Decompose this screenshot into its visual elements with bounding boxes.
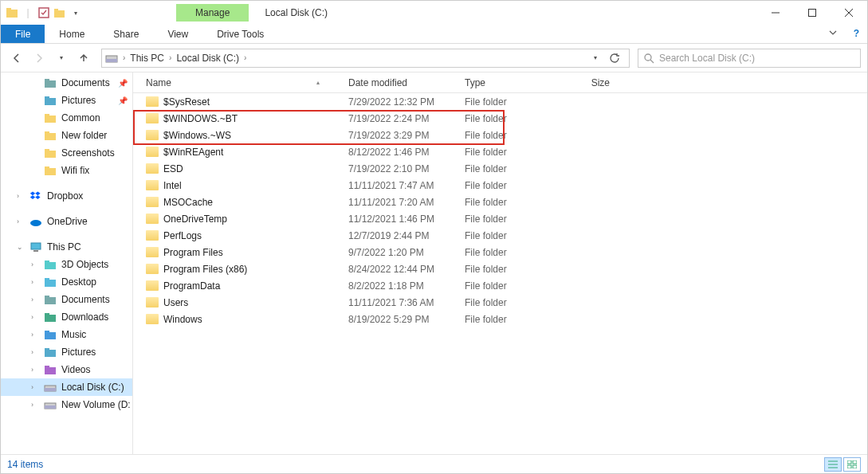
expand-arrow-icon[interactable]: › bbox=[31, 366, 39, 374]
pictures-icon bbox=[44, 346, 57, 358]
tree-item-label: Desktop bbox=[61, 276, 96, 288]
file-type: File folder bbox=[458, 180, 552, 191]
file-name: $SysReset bbox=[163, 96, 210, 108]
tree-item-new-volume-d-[interactable]: ›New Volume (D: bbox=[1, 396, 132, 413]
svg-rect-19 bbox=[45, 133, 56, 140]
chevron-right-icon[interactable]: › bbox=[123, 53, 125, 62]
file-row[interactable]: Intel11/11/2021 7:47 AMFile folder bbox=[133, 177, 867, 194]
tree-item-wifi-fix[interactable]: Wifi fix bbox=[1, 162, 132, 179]
file-row[interactable]: $Windows.~WS7/19/2022 3:29 PMFile folder bbox=[133, 127, 867, 143]
close-button[interactable] bbox=[831, 1, 867, 25]
tree-item-desktop[interactable]: ›Desktop bbox=[1, 273, 132, 291]
search-box[interactable] bbox=[638, 49, 861, 68]
ribbon-tab-drive-tools[interactable]: Drive Tools bbox=[202, 25, 278, 43]
folder-icon bbox=[44, 147, 57, 159]
view-details-button[interactable] bbox=[824, 457, 842, 472]
file-row[interactable]: OneDriveTemp11/12/2021 1:46 PMFile folde… bbox=[133, 210, 867, 227]
file-row[interactable]: $WinREAgent8/12/2022 1:46 PMFile folder bbox=[133, 143, 867, 160]
svg-rect-18 bbox=[45, 114, 49, 116]
view-large-icons-button[interactable] bbox=[843, 457, 861, 472]
navigation-pane[interactable]: Documents📌Pictures📌CommonNew folderScree… bbox=[1, 72, 133, 454]
ribbon-tab-view[interactable]: View bbox=[153, 25, 202, 43]
sort-ascending-icon: ▴ bbox=[316, 79, 320, 86]
tree-item-new-folder[interactable]: New folder bbox=[1, 127, 132, 144]
expand-arrow-icon[interactable]: › bbox=[17, 217, 25, 225]
file-row[interactable]: ProgramData8/2/2022 1:18 PMFile folder bbox=[133, 277, 867, 294]
file-row[interactable]: Users11/11/2021 7:36 AMFile folder bbox=[133, 294, 867, 311]
help-icon[interactable]: ? bbox=[846, 25, 867, 43]
svg-rect-24 bbox=[45, 166, 49, 169]
tree-item-onedrive[interactable]: ›OneDrive bbox=[1, 213, 132, 230]
expand-arrow-icon[interactable]: › bbox=[31, 401, 39, 409]
tree-item-documents[interactable]: Documents📌 bbox=[1, 74, 132, 92]
file-row[interactable]: $WINDOWS.~BT7/19/2022 2:24 PMFile folder bbox=[133, 110, 867, 127]
file-row[interactable]: MSOCache11/11/2021 7:20 AMFile folder bbox=[133, 194, 867, 210]
recent-dropdown-icon[interactable]: ▾ bbox=[52, 49, 71, 68]
contextual-tab-manage[interactable]: Manage bbox=[176, 4, 249, 22]
expand-arrow-icon[interactable]: ⌄ bbox=[17, 243, 25, 251]
properties-icon[interactable] bbox=[37, 6, 50, 19]
tree-item-music[interactable]: ›Music bbox=[1, 326, 132, 343]
expand-arrow-icon[interactable]: › bbox=[31, 313, 39, 321]
new-folder-icon[interactable] bbox=[53, 6, 66, 19]
expand-arrow-icon[interactable]: › bbox=[31, 278, 39, 286]
expand-arrow-icon[interactable]: › bbox=[31, 261, 39, 268]
file-row[interactable]: Windows8/19/2022 5:29 PMFile folder bbox=[133, 311, 867, 327]
file-list[interactable]: $SysReset7/29/2022 12:32 PMFile folder$W… bbox=[133, 93, 867, 454]
folder-icon bbox=[146, 197, 159, 207]
file-row[interactable]: PerfLogs12/7/2019 2:44 PMFile folder bbox=[133, 227, 867, 244]
ribbon-expand-icon[interactable] bbox=[820, 25, 846, 43]
column-header-name[interactable]: Name▴ bbox=[139, 77, 342, 88]
breadcrumb-thispc[interactable]: This PC bbox=[130, 53, 164, 64]
minimize-button[interactable] bbox=[757, 1, 794, 25]
tree-item-local-disk-c-[interactable]: ›Local Disk (C:) bbox=[1, 378, 132, 396]
svg-rect-26 bbox=[31, 243, 41, 249]
up-button[interactable] bbox=[74, 49, 93, 68]
tree-item-videos[interactable]: ›Videos bbox=[1, 361, 132, 378]
back-button[interactable] bbox=[7, 49, 26, 68]
tree-item-pictures[interactable]: ›Pictures bbox=[1, 343, 132, 361]
ribbon-tab-home[interactable]: Home bbox=[45, 25, 99, 43]
tree-item-pictures[interactable]: Pictures📌 bbox=[1, 92, 132, 109]
file-name: $WINDOWS.~BT bbox=[163, 113, 238, 124]
tree-item-this-pc[interactable]: ⌄This PC bbox=[1, 238, 132, 256]
tree-item-downloads[interactable]: ›Downloads bbox=[1, 308, 132, 326]
tree-item-3d-objects[interactable]: ›3D Objects bbox=[1, 256, 132, 273]
file-type: File folder bbox=[458, 247, 552, 258]
expand-arrow-icon[interactable]: › bbox=[31, 296, 39, 304]
ribbon-tab-share[interactable]: Share bbox=[99, 25, 153, 43]
videos-icon bbox=[44, 363, 57, 376]
qat-dropdown-icon[interactable]: ▾ bbox=[69, 6, 82, 19]
svg-rect-15 bbox=[45, 98, 56, 105]
tree-item-label: Dropbox bbox=[47, 190, 83, 202]
folder-icon bbox=[146, 130, 159, 140]
expand-arrow-icon[interactable]: › bbox=[31, 383, 39, 391]
tree-item-documents[interactable]: ›Documents bbox=[1, 291, 132, 308]
file-date: 9/7/2022 1:20 PM bbox=[342, 247, 458, 258]
search-input[interactable] bbox=[659, 53, 855, 64]
expand-arrow-icon[interactable]: › bbox=[31, 348, 39, 356]
maximize-button[interactable] bbox=[794, 1, 831, 25]
file-row[interactable]: Program Files (x86)8/24/2022 12:44 PMFil… bbox=[133, 261, 867, 277]
column-header-type[interactable]: Type bbox=[458, 77, 552, 88]
ribbon-tabs: File Home Share View Drive Tools ? bbox=[1, 25, 867, 44]
expand-arrow-icon[interactable]: › bbox=[31, 331, 39, 339]
forward-button[interactable] bbox=[29, 49, 49, 68]
chevron-right-icon[interactable]: › bbox=[169, 53, 171, 62]
column-header-size[interactable]: Size bbox=[552, 77, 616, 88]
tree-item-dropbox[interactable]: ›Dropbox bbox=[1, 187, 132, 205]
tree-item-screenshots[interactable]: Screenshots bbox=[1, 144, 132, 162]
ribbon-tab-file[interactable]: File bbox=[1, 25, 45, 43]
refresh-button[interactable] bbox=[606, 49, 623, 67]
column-header-date[interactable]: Date modified bbox=[342, 77, 458, 88]
chevron-right-icon[interactable]: › bbox=[244, 53, 246, 62]
svg-line-12 bbox=[650, 60, 654, 63]
file-row[interactable]: $SysReset7/29/2022 12:32 PMFile folder bbox=[133, 93, 867, 110]
tree-item-common[interactable]: Common bbox=[1, 109, 132, 127]
file-row[interactable]: ESD7/19/2022 2:10 PMFile folder bbox=[133, 160, 867, 177]
breadcrumb-current[interactable]: Local Disk (C:) bbox=[176, 53, 239, 64]
address-dropdown-icon[interactable]: ▾ bbox=[587, 49, 604, 67]
file-row[interactable]: Program Files9/7/2022 1:20 PMFile folder bbox=[133, 244, 867, 261]
expand-arrow-icon[interactable]: › bbox=[17, 192, 25, 200]
address-bar[interactable]: › This PC › Local Disk (C:) › ▾ bbox=[101, 49, 630, 68]
